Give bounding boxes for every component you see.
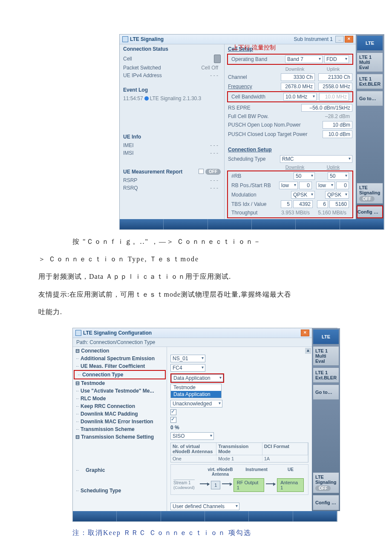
cfg-softkey-ext-bler[interactable]: LTE 1Ext.BLER bbox=[313, 367, 339, 383]
imei-label: IMEI bbox=[123, 142, 210, 148]
tree-use-activate[interactable]: Use "Activate Testmode" Me... bbox=[73, 387, 167, 395]
operating-band-select[interactable]: Band 7 bbox=[285, 55, 323, 63]
rsrp-row: RSRP- - - bbox=[120, 176, 224, 184]
tree-testmode[interactable]: ⊟ Testmode bbox=[73, 379, 167, 387]
uplink-col-label: Uplink bbox=[314, 66, 352, 72]
softkey-ext-bler[interactable]: LTE 1Ext.BLER bbox=[357, 74, 383, 89]
pusch-cl-label: PUSCH Closed Loop Target Power bbox=[228, 131, 323, 137]
td-one: One bbox=[171, 455, 216, 462]
tree-trans-scheme-setting[interactable]: ⊟ Transmission Scheme Setting bbox=[73, 433, 167, 441]
node-one: 1 bbox=[211, 481, 220, 489]
cfg-softkey-header[interactable]: LTE bbox=[313, 329, 339, 344]
instruction-line-2: ＞ Ｃｏｎｎｅｃｔｉｏｎ Type, Ｔｅｓｔmode bbox=[38, 253, 354, 265]
tbs-ul-idx[interactable]: 6 bbox=[317, 200, 328, 208]
cfg-softkey-config-button[interactable]: Config … bbox=[313, 495, 339, 510]
titlebar: LTE Signaling Sub Instrument 1 _ ✕ bbox=[120, 35, 356, 44]
rsepre-value[interactable]: –56.0 dBm/15kHz bbox=[301, 104, 352, 112]
channel-ul[interactable]: 21330 Ch bbox=[318, 73, 352, 81]
trans-scheme-select[interactable]: SISO bbox=[170, 432, 214, 440]
tree-scheduling-type[interactable]: Scheduling Type bbox=[73, 487, 167, 494]
tree-dl-mac-padding[interactable]: Downlink MAC Padding bbox=[73, 410, 167, 418]
softkey-multi-eval[interactable]: LTE 1Multi Eval bbox=[357, 52, 383, 72]
ue-measurement-header: UE Measurement Report OFF bbox=[120, 167, 224, 176]
close-button[interactable]: ✕ bbox=[345, 36, 353, 43]
stream-t: Stream 1 bbox=[173, 480, 191, 485]
min-button[interactable]: _ bbox=[335, 36, 344, 43]
connection-setup-header: Connection Setup bbox=[225, 145, 356, 154]
softkey-goto[interactable]: Go to… bbox=[357, 91, 383, 106]
tree-rlc-mode[interactable]: RLC Mode bbox=[73, 395, 167, 402]
uemf-select[interactable]: FC4 bbox=[170, 364, 205, 372]
packet-switched-row: Packet Switched Cell Off bbox=[120, 64, 224, 72]
cfg-softkey-signaling[interactable]: LTESignalingOFF bbox=[313, 472, 339, 493]
tbs-dl-idx[interactable]: 5 bbox=[281, 200, 292, 208]
softkey-signaling[interactable]: LTESignalingOFF bbox=[357, 183, 383, 204]
bandwidth-dl-select[interactable]: 10.0 MHz bbox=[283, 93, 317, 101]
uemr-checkbox[interactable] bbox=[199, 169, 204, 174]
option-testmode[interactable]: Testmode bbox=[171, 384, 221, 391]
rb-dl-select[interactable]: 50 bbox=[294, 172, 315, 180]
cfg-close-button[interactable]: ✕ bbox=[301, 330, 309, 336]
tree-dl-mac-error[interactable]: Downlink MAC Error Insertion bbox=[73, 418, 167, 425]
ue-label: UE bbox=[276, 467, 306, 477]
tree-graphic[interactable]: Graphic bbox=[73, 466, 167, 474]
frequency-dl[interactable]: 2678.0 MHz bbox=[281, 83, 315, 90]
softkey-header-lte[interactable]: LTE bbox=[357, 35, 383, 51]
imei-row: IMEI- - - bbox=[120, 142, 224, 149]
option-data-application[interactable]: Data Application bbox=[171, 391, 221, 398]
scheduling-type-select[interactable]: RMC bbox=[280, 155, 352, 163]
note-keep-rrc: 注：取消Keep ＲＲＣ Ｃｏｎｎｅｃｔｉｏｎ 项勾选 bbox=[72, 529, 354, 538]
scheme-setting-table: Nr. of virtual eNodeB Antennas Transmiss… bbox=[170, 442, 308, 462]
ps-value: Cell Off bbox=[201, 65, 221, 71]
uemr-off-pill[interactable]: OFF bbox=[205, 169, 221, 175]
sk1a: LTE 1 bbox=[359, 55, 380, 60]
rbpos-label: RB Pos./Start RB bbox=[231, 182, 279, 188]
rbpos-ul-select[interactable]: low bbox=[316, 182, 335, 189]
scheduling-type-cfg-select[interactable]: User defined Channels bbox=[170, 503, 239, 510]
rbpos-dl-n: 0 bbox=[299, 182, 312, 189]
tree-connection[interactable]: ⊟ Connection bbox=[73, 347, 167, 355]
tree-connection-type[interactable]: Connection Type bbox=[75, 371, 165, 379]
screenshot-lte-signaling: LTE Signaling Sub Instrument 1 _ ✕ Conne… bbox=[119, 34, 384, 230]
tp-dl: 3.953 MBit/s bbox=[276, 210, 312, 216]
connection-type-dropdown-open[interactable]: Testmode Data Application bbox=[170, 384, 222, 398]
mod-ul-select[interactable]: QPSK bbox=[325, 191, 349, 199]
scroll-up-icon[interactable]: ▲ bbox=[305, 348, 311, 354]
tree-uemf[interactable]: UE Meas. Filter Coefficient bbox=[73, 362, 167, 370]
log-text: LTE Signaling 2.1.30.3 bbox=[150, 95, 202, 101]
rb-ul-select[interactable]: 50 bbox=[328, 172, 349, 180]
pusch-ol-value[interactable]: 10 dBm bbox=[323, 121, 352, 129]
dl-mac-error-value[interactable]: 0 % bbox=[170, 425, 179, 431]
softkey-config-button[interactable]: Config … bbox=[357, 205, 383, 218]
tree-keep-rrc[interactable]: Keep RRC Connection bbox=[73, 402, 167, 410]
node-rf-output: RF Output 1 bbox=[233, 478, 264, 492]
channel-dl[interactable]: 3330 Ch bbox=[281, 73, 315, 81]
mod-dl-select[interactable]: QPSK bbox=[291, 191, 315, 199]
cell-label: Cell bbox=[123, 56, 214, 62]
dl-mac-padding-checkbox[interactable] bbox=[170, 417, 176, 423]
keep-rrc-checkbox[interactable] bbox=[170, 409, 176, 415]
cfg-softkey-column: LTE LTE 1Multi Eval LTE 1Ext.BLER Go to…… bbox=[312, 328, 340, 511]
left-pane: Connection Status Cell Packet Switched C… bbox=[120, 44, 225, 219]
connection-type-select[interactable]: Data Application bbox=[171, 374, 223, 382]
frequency-ul[interactable]: 2558.0 MHz bbox=[318, 83, 352, 90]
node-antenna1: Antenna 1 bbox=[277, 478, 304, 492]
cfg-softkey-multi-eval[interactable]: LTE 1Multi Eval bbox=[313, 346, 339, 366]
breadcrumb-path: Path: Connection/Connection Type bbox=[73, 338, 312, 347]
rlc-select[interactable]: Unacknowledged bbox=[170, 400, 222, 408]
tree-ase[interactable]: Additional Spectrum Emission bbox=[73, 355, 167, 362]
config-tree[interactable]: ⊟ Connection Additional Spectrum Emissio… bbox=[73, 347, 167, 511]
cfg-softkey-goto[interactable]: Go to… bbox=[313, 384, 339, 400]
bandwidth-label: Cell Bandwidth bbox=[231, 94, 283, 100]
rbpos-dl-select[interactable]: low bbox=[279, 182, 298, 189]
dl-col2: Downlink bbox=[276, 165, 314, 170]
event-log-entry: 11:54:57 LTE Signaling 2.1.30.3 bbox=[120, 95, 224, 102]
rbpos-ul-n: 0 bbox=[336, 182, 349, 189]
duplex-select[interactable]: FDD bbox=[324, 55, 349, 63]
cfg-window-title: LTE Signaling Configuration bbox=[83, 328, 152, 338]
pusch-cl-value[interactable]: 10.0 dBm bbox=[323, 130, 352, 138]
instruction-line-5: 吐能力. bbox=[38, 306, 354, 318]
vant-label: virt. eNodeB Antenna bbox=[203, 467, 237, 477]
ase-select[interactable]: NS_01 bbox=[170, 355, 205, 362]
tree-trans-scheme[interactable]: Transmission Scheme bbox=[73, 425, 167, 433]
